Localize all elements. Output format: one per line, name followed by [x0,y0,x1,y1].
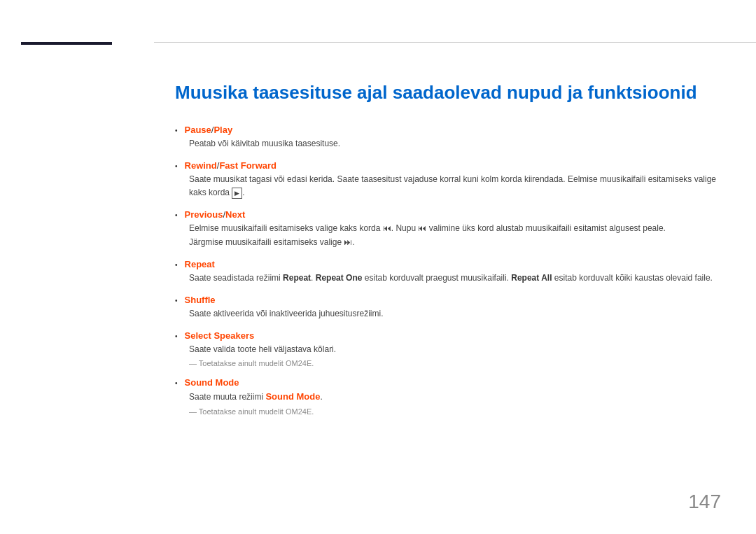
bullet-dot: • [175,297,178,304]
item-description: Saate valida toote heli väljastava kõlar… [175,343,721,356]
sidebar-bar [21,42,112,45]
bold-term: Repeat [283,273,311,283]
item-header: • Sound Mode [175,377,721,388]
list-item: • Shuffle Saate aktiveerida või inaktive… [175,295,721,321]
bold-term: Repeat All [511,273,552,283]
item-description: Saate muusikat tagasi või edasi kerida. … [175,173,721,199]
item-header: • Rewind / Fast Forward [175,160,721,171]
page-title: Muusika taasesituse ajal saadaolevad nup… [175,81,721,105]
item-header: • Previous / Next [175,209,721,220]
item-label-shuffle: Shuffle [185,295,216,305]
list-item: • Sound Mode Saate muuta režiimi Sound M… [175,377,721,416]
item-description: Saate seadistada režiimi Repeat. Repeat … [175,272,721,285]
item-label-next: Next [225,209,245,220]
item-description: Saate muuta režiimi Sound Mode. [175,390,721,405]
item-label-selectspeakers: Select Speakers [185,330,255,341]
item-label-rewind: Rewind [185,160,217,171]
bullet-dot: • [175,127,178,134]
bullet-dot: • [175,211,178,219]
item-description-secondary: Järgmise muusikaifaili esitamiseks valig… [175,236,721,249]
item-header: • Pause / Play [175,125,721,135]
item-description: Peatab või käivitab muusika taasesituse. [175,137,721,150]
item-label-previous: Previous [185,209,223,220]
item-label-soundmode-inline: Sound Mode [265,391,320,402]
note-text: Toetatakse ainult mudelit OM24E. [175,407,721,416]
page-number: 147 [688,491,721,513]
bullet-list: • Pause / Play Peatab või käivitab muusi… [175,125,721,416]
item-description: Eelmise muusikaifaili esitamiseks valige… [175,222,721,235]
bullet-dot: • [175,332,178,340]
list-item: • Previous / Next Eelmise muusikaifaili … [175,209,721,248]
main-content: Muusika taasesituse ajal saadaolevad nup… [154,42,756,534]
item-label-fastforward: Fast Forward [219,160,276,171]
play-icon: ▶ [232,188,242,199]
item-header: • Select Speakers [175,330,721,341]
list-item: • Rewind / Fast Forward Saate muusikat t… [175,160,721,199]
note-text: Toetatakse ainult mudelit OM24E. [175,359,721,367]
bullet-dot: • [175,379,178,387]
item-label-play: Play [214,125,232,135]
item-label-pause: Pause [185,125,211,135]
bullet-dot: • [175,261,178,269]
item-label-repeat: Repeat [185,259,215,269]
item-header: • Repeat [175,259,721,269]
sidebar [0,0,154,534]
list-item: • Repeat Saate seadistada režiimi Repeat… [175,259,721,285]
item-description: Saate aktiveerida või inaktiveerida juhu… [175,307,721,321]
list-item: • Select Speakers Saate valida toote hel… [175,330,721,367]
bullet-dot: • [175,162,178,170]
page-container: Muusika taasesituse ajal saadaolevad nup… [0,0,756,534]
list-item: • Pause / Play Peatab või käivitab muusi… [175,125,721,150]
item-label-soundmode: Sound Mode [185,377,239,388]
item-header: • Shuffle [175,295,721,305]
bold-term: Repeat One [316,273,363,283]
